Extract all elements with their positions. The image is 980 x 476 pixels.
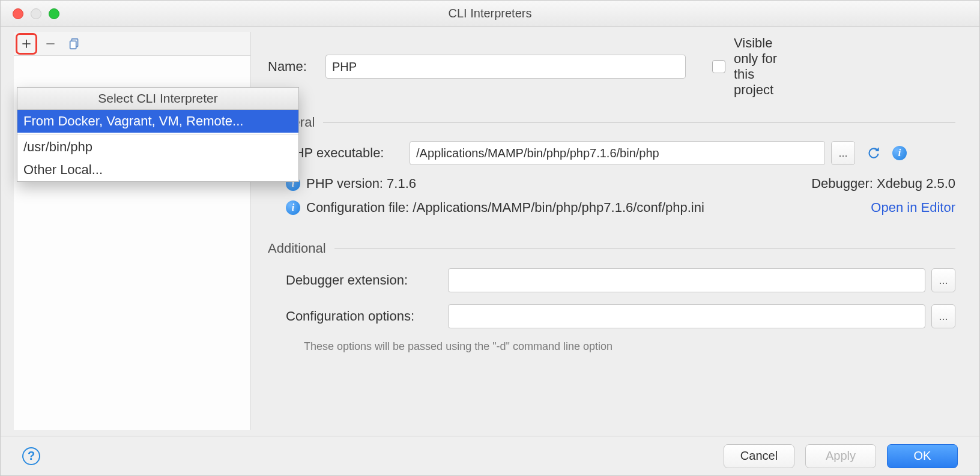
- general-section-header: General: [268, 115, 955, 130]
- cancel-button[interactable]: Cancel: [724, 444, 794, 468]
- apply-button[interactable]: Apply: [805, 444, 876, 468]
- remove-interpreter-button[interactable]: [41, 35, 59, 53]
- configuration-options-row: Configuration options: ...: [268, 304, 955, 328]
- svg-rect-0: [46, 43, 54, 44]
- help-button[interactable]: ?: [22, 447, 40, 465]
- debugger-value: Xdebug 2.5.0: [877, 176, 955, 191]
- php-executable-row: PHP executable: ... i: [268, 141, 955, 165]
- svg-rect-2: [70, 41, 76, 49]
- visible-only-checkbox[interactable]: [712, 60, 725, 73]
- name-input[interactable]: [325, 55, 686, 79]
- debugger-extension-input[interactable]: [448, 268, 925, 292]
- ok-button[interactable]: OK: [887, 444, 958, 468]
- configuration-options-input[interactable]: [448, 304, 925, 328]
- browse-executable-button[interactable]: ...: [831, 141, 855, 165]
- php-version-label: PHP version:: [306, 176, 383, 191]
- select-cli-interpreter-popup: Select CLI Interpreter From Docker, Vagr…: [17, 87, 299, 182]
- open-in-editor-link[interactable]: Open in Editor: [871, 200, 955, 215]
- titlebar: CLI Interpreters: [1, 1, 979, 27]
- configuration-options-label: Configuration options:: [268, 309, 448, 324]
- php-version-value: 7.1.6: [387, 176, 416, 191]
- reload-icon[interactable]: [866, 145, 882, 161]
- additional-section-title: Additional: [268, 241, 326, 256]
- popup-item-other-local[interactable]: Other Local...: [17, 158, 298, 181]
- browse-debugger-extension-button[interactable]: ...: [931, 268, 955, 292]
- dialog-footer: ? Cancel Apply OK: [1, 436, 979, 475]
- visible-only-option: Visible only for this project: [712, 35, 791, 98]
- dialog-window: CLI Interpreters Select CLI Interpreter …: [0, 0, 980, 476]
- configuration-file-value: /Applications/MAMP/bin/php/php7.1.6/conf…: [413, 200, 704, 215]
- configuration-options-hint: These options will be passed using the "…: [268, 340, 955, 353]
- list-toolbar: [14, 32, 250, 56]
- info-icon: i: [286, 200, 300, 215]
- debugger-extension-label: Debugger extension:: [268, 273, 448, 288]
- popup-separator: [17, 134, 298, 134]
- additional-section-header: Additional: [268, 241, 955, 256]
- dialog-body: Select CLI Interpreter From Docker, Vagr…: [1, 27, 979, 436]
- popup-item-docker-remote[interactable]: From Docker, Vagrant, VM, Remote...: [17, 110, 298, 133]
- interpreter-form: Name: Visible only for this project Gene…: [251, 27, 979, 436]
- popup-item-usr-bin-php[interactable]: /usr/bin/php: [17, 136, 298, 158]
- additional-section: Additional Debugger extension: ... Confi…: [268, 241, 955, 353]
- debugger-extension-row: Debugger extension: ...: [268, 268, 955, 292]
- popup-title: Select CLI Interpreter: [17, 88, 298, 110]
- configuration-file-row: i Configuration file: /Applications/MAMP…: [286, 200, 955, 215]
- php-version-row: i PHP version: 7.1.6 Debugger: Xdebug 2.…: [286, 176, 955, 191]
- debugger-label: Debugger:: [811, 176, 873, 191]
- visible-only-label: Visible only for this project: [734, 35, 791, 98]
- edit-configuration-options-button[interactable]: ...: [931, 304, 955, 328]
- name-label: Name:: [268, 59, 325, 74]
- php-executable-input[interactable]: [410, 141, 825, 165]
- add-interpreter-button[interactable]: [17, 35, 35, 53]
- info-executable-icon[interactable]: i: [892, 146, 907, 160]
- copy-interpreter-button[interactable]: [65, 35, 83, 53]
- window-title: CLI Interpreters: [1, 7, 979, 20]
- configuration-file-label: Configuration file:: [306, 200, 409, 215]
- name-row: Name: Visible only for this project: [268, 35, 955, 98]
